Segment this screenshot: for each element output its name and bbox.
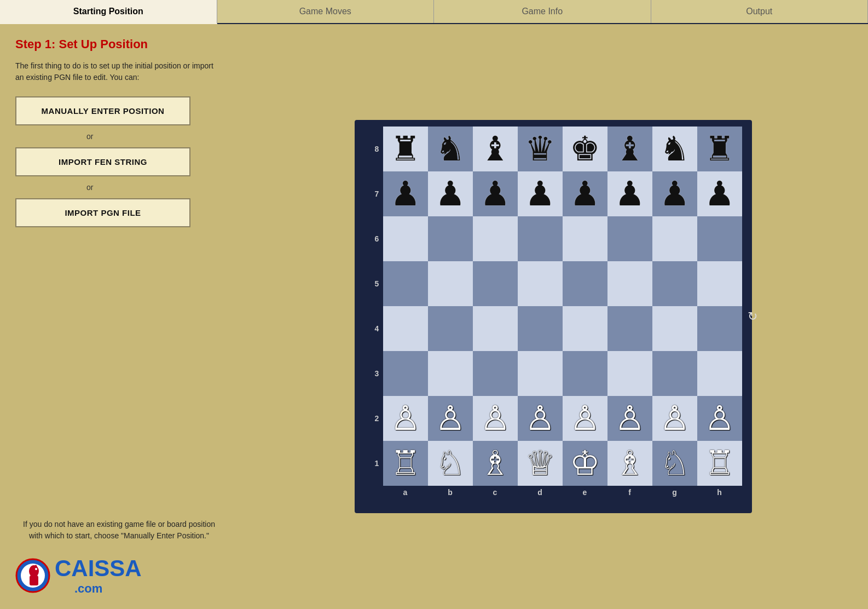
chess-square-c4[interactable]: [473, 306, 518, 351]
chess-square-c1[interactable]: ♗: [473, 441, 518, 486]
chess-square-h2[interactable]: ♙: [697, 396, 742, 441]
chess-square-c6[interactable]: [473, 216, 518, 261]
chess-square-e3[interactable]: [563, 351, 607, 396]
chess-square-a4[interactable]: [383, 306, 428, 351]
board-wrapper: 8♜♞♝♛♚♝♞♜7♟♟♟♟♟♟♟♟65432♙♙♙♙♙♙♙♙1♖♘♗♕♔♗♘♖…: [355, 120, 752, 513]
chess-square-e7[interactable]: ♟: [563, 171, 607, 216]
chess-square-a7[interactable]: ♟: [383, 171, 428, 216]
logo-text: CAISSA .com: [55, 555, 142, 596]
chess-square-b4[interactable]: [428, 306, 473, 351]
chess-square-g5[interactable]: [652, 261, 697, 306]
chess-square-g2[interactable]: ♙: [652, 396, 697, 441]
chess-square-a1[interactable]: ♖: [383, 441, 428, 486]
chess-square-c3[interactable]: [473, 351, 518, 396]
chess-square-d2[interactable]: ♙: [518, 396, 563, 441]
chess-square-a5[interactable]: [383, 261, 428, 306]
chess-square-d6[interactable]: [518, 216, 563, 261]
chess-square-e4[interactable]: [563, 306, 607, 351]
chess-square-h8[interactable]: ♜: [697, 127, 742, 171]
chess-piece-bp-b7: ♟: [435, 177, 466, 211]
chess-square-e1[interactable]: ♔: [563, 441, 607, 486]
chess-square-e6[interactable]: [563, 216, 607, 261]
step-title: Step 1: Set Up Position: [15, 37, 223, 51]
tab-output[interactable]: Output: [651, 0, 869, 23]
chess-piece-bp-c7: ♟: [480, 177, 511, 211]
chess-square-c2[interactable]: ♙: [473, 396, 518, 441]
chess-square-d3[interactable]: [518, 351, 563, 396]
refresh-button[interactable]: ↻: [748, 309, 757, 324]
chess-square-d1[interactable]: ♕: [518, 441, 563, 486]
chess-square-b3[interactable]: [428, 351, 473, 396]
tab-game-info[interactable]: Game Info: [434, 0, 651, 23]
chess-square-h7[interactable]: ♟: [697, 171, 742, 216]
chess-square-a8[interactable]: ♜: [383, 127, 428, 171]
tab-starting-position[interactable]: Starting Position: [0, 0, 217, 24]
file-label-h: h: [697, 488, 742, 497]
chess-square-b7[interactable]: ♟: [428, 171, 473, 216]
tab-game-moves[interactable]: Game Moves: [217, 0, 435, 23]
chess-square-c7[interactable]: ♟: [473, 171, 518, 216]
chess-square-a3[interactable]: [383, 351, 428, 396]
chess-piece-wb-c1: ♗: [480, 446, 511, 480]
chess-square-e8[interactable]: ♚: [563, 127, 607, 171]
chess-piece-wp-b2: ♙: [435, 401, 466, 435]
chess-piece-bp-d7: ♟: [525, 177, 555, 211]
chess-piece-wp-f2: ♙: [615, 401, 645, 435]
manually-enter-position-button[interactable]: MANUALLY ENTER POSITION: [15, 96, 190, 125]
chess-square-b1[interactable]: ♘: [428, 441, 473, 486]
import-fen-string-button[interactable]: IMPORT FEN STRING: [15, 147, 190, 176]
svg-point-5: [35, 568, 37, 570]
chess-piece-wn-g1: ♘: [659, 446, 690, 480]
chess-square-f3[interactable]: [607, 351, 652, 396]
chess-square-f6[interactable]: [607, 216, 652, 261]
chess-square-g4[interactable]: [652, 306, 697, 351]
chess-square-d7[interactable]: ♟: [518, 171, 563, 216]
chess-square-b5[interactable]: [428, 261, 473, 306]
chess-square-e5[interactable]: [563, 261, 607, 306]
chess-board-container: 8♜♞♝♛♚♝♞♜7♟♟♟♟♟♟♟♟65432♙♙♙♙♙♙♙♙1♖♘♗♕♔♗♘♖: [371, 127, 742, 486]
chess-square-h1[interactable]: ♖: [697, 441, 742, 486]
chess-piece-bk-e8: ♚: [570, 132, 600, 166]
chess-square-f7[interactable]: ♟: [607, 171, 652, 216]
chess-piece-wp-d2: ♙: [525, 401, 555, 435]
chess-square-g8[interactable]: ♞: [652, 127, 697, 171]
chess-square-h3[interactable]: [697, 351, 742, 396]
logo-area: CAISSA .com: [15, 555, 223, 596]
chess-piece-bb-f8: ♝: [615, 132, 645, 166]
chess-square-h6[interactable]: [697, 216, 742, 261]
chess-square-b6[interactable]: [428, 216, 473, 261]
chess-square-d4[interactable]: [518, 306, 563, 351]
rank-label-6: 6: [371, 234, 383, 243]
chess-square-a6[interactable]: [383, 216, 428, 261]
chess-square-g3[interactable]: [652, 351, 697, 396]
chess-piece-wq-d1: ♕: [525, 446, 555, 480]
chess-piece-wr-h1: ♖: [704, 446, 735, 480]
chess-square-f4[interactable]: [607, 306, 652, 351]
chess-square-b2[interactable]: ♙: [428, 396, 473, 441]
chess-square-h5[interactable]: [697, 261, 742, 306]
chess-square-g7[interactable]: ♟: [652, 171, 697, 216]
chess-square-g1[interactable]: ♘: [652, 441, 697, 486]
chess-piece-wr-a1: ♖: [390, 446, 421, 480]
chess-square-h4[interactable]: [697, 306, 742, 351]
chess-square-d5[interactable]: [518, 261, 563, 306]
svg-rect-3: [30, 576, 38, 585]
chess-piece-wp-c2: ♙: [480, 401, 511, 435]
chess-square-d8[interactable]: ♛: [518, 127, 563, 171]
chess-square-c8[interactable]: ♝: [473, 127, 518, 171]
chess-square-a2[interactable]: ♙: [383, 396, 428, 441]
chess-square-e2[interactable]: ♙: [563, 396, 607, 441]
chess-piece-bp-e7: ♟: [570, 177, 600, 211]
chess-piece-wb-f1: ♗: [615, 446, 645, 480]
chess-piece-bq-d8: ♛: [525, 132, 555, 166]
chess-square-f8[interactable]: ♝: [607, 127, 652, 171]
chess-square-f5[interactable]: [607, 261, 652, 306]
chess-square-f2[interactable]: ♙: [607, 396, 652, 441]
chess-square-c5[interactable]: [473, 261, 518, 306]
chess-square-f1[interactable]: ♗: [607, 441, 652, 486]
import-pgn-file-button[interactable]: IMPORT PGN FILE: [15, 198, 190, 227]
chess-square-b8[interactable]: ♞: [428, 127, 473, 171]
chess-square-g6[interactable]: [652, 216, 697, 261]
chess-piece-wp-a2: ♙: [390, 401, 421, 435]
file-label-f: f: [607, 488, 652, 497]
